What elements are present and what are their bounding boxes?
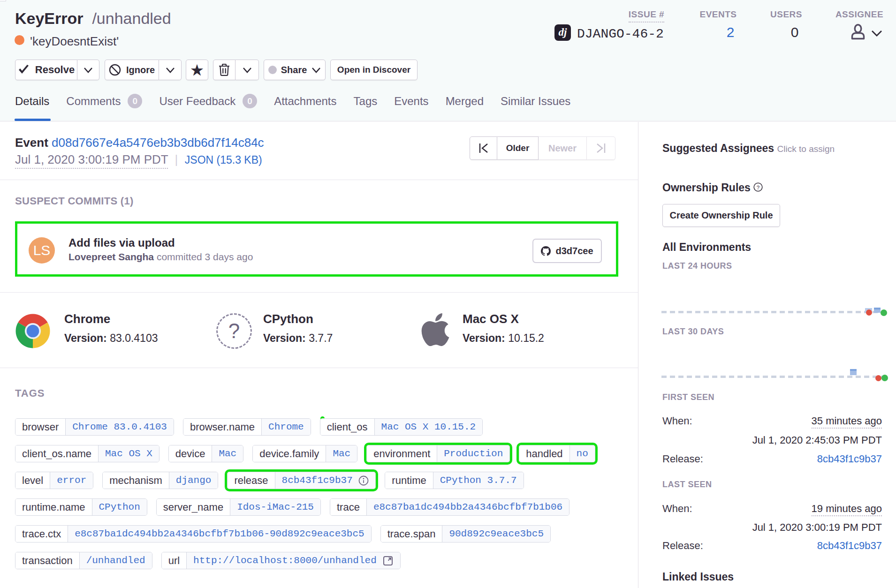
svg-text:?: ? [757,185,759,190]
